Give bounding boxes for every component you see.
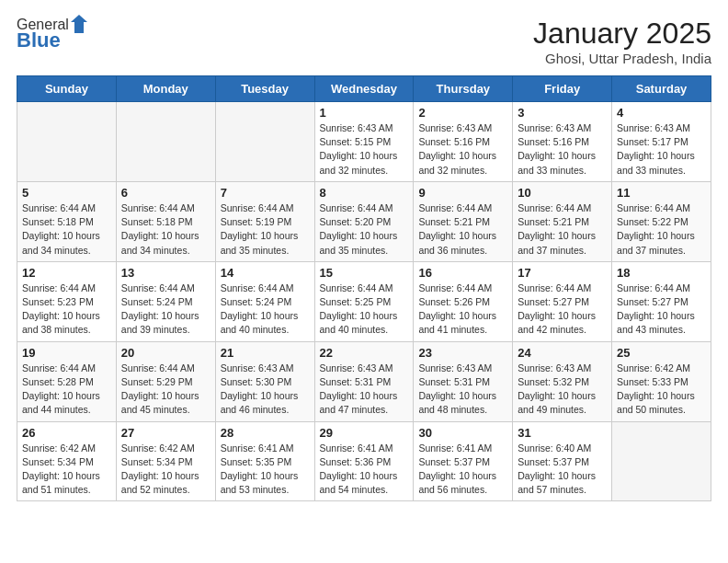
day-number: 8 (320, 186, 409, 200)
day-info: Sunrise: 6:43 AM Sunset: 5:15 PM Dayligh… (320, 121, 409, 178)
calendar-cell: 19Sunrise: 6:44 AM Sunset: 5:28 PM Dayli… (17, 341, 117, 421)
calendar-cell: 5Sunrise: 6:44 AM Sunset: 5:18 PM Daylig… (17, 181, 117, 261)
month-year-title: January 2025 (533, 17, 711, 51)
calendar-week-row: 19Sunrise: 6:44 AM Sunset: 5:28 PM Dayli… (17, 341, 711, 421)
day-number: 12 (22, 266, 111, 280)
calendar-cell: 16Sunrise: 6:44 AM Sunset: 5:26 PM Dayli… (414, 261, 513, 341)
day-number: 2 (418, 106, 507, 120)
header: General Blue January 2025 Ghosi, Uttar P… (17, 17, 711, 66)
day-number: 20 (121, 346, 210, 360)
calendar-cell (215, 102, 314, 182)
day-number: 10 (518, 186, 607, 200)
day-number: 5 (22, 186, 111, 200)
day-info: Sunrise: 6:44 AM Sunset: 5:26 PM Dayligh… (418, 282, 507, 338)
calendar-cell: 10Sunrise: 6:44 AM Sunset: 5:21 PM Dayli… (513, 181, 612, 261)
logo: General Blue (17, 17, 87, 52)
day-number: 27 (121, 426, 210, 440)
day-number: 29 (320, 426, 409, 440)
weekday-header-tuesday: Tuesday (215, 76, 314, 102)
day-number: 31 (518, 426, 607, 440)
day-number: 15 (320, 266, 409, 280)
svg-marker-0 (71, 15, 87, 33)
logo-icon (71, 15, 87, 33)
day-info: Sunrise: 6:44 AM Sunset: 5:21 PM Dayligh… (518, 201, 607, 258)
day-number: 18 (617, 266, 706, 280)
calendar-cell: 14Sunrise: 6:44 AM Sunset: 5:24 PM Dayli… (215, 261, 314, 341)
day-info: Sunrise: 6:43 AM Sunset: 5:31 PM Dayligh… (418, 362, 507, 418)
day-info: Sunrise: 6:44 AM Sunset: 5:21 PM Dayligh… (418, 201, 507, 258)
day-number: 19 (22, 346, 111, 360)
day-info: Sunrise: 6:44 AM Sunset: 5:19 PM Dayligh… (221, 201, 310, 258)
day-info: Sunrise: 6:44 AM Sunset: 5:24 PM Dayligh… (221, 282, 310, 338)
day-info: Sunrise: 6:41 AM Sunset: 5:36 PM Dayligh… (320, 442, 409, 498)
calendar-cell: 3Sunrise: 6:43 AM Sunset: 5:16 PM Daylig… (513, 102, 612, 182)
weekday-header-friday: Friday (513, 76, 612, 102)
day-info: Sunrise: 6:44 AM Sunset: 5:27 PM Dayligh… (617, 282, 706, 338)
calendar-cell: 18Sunrise: 6:44 AM Sunset: 5:27 PM Dayli… (612, 261, 711, 341)
location-subtitle: Ghosi, Uttar Pradesh, India (533, 51, 711, 66)
calendar-cell: 9Sunrise: 6:44 AM Sunset: 5:21 PM Daylig… (414, 181, 513, 261)
day-info: Sunrise: 6:43 AM Sunset: 5:16 PM Dayligh… (518, 121, 607, 178)
calendar-cell: 7Sunrise: 6:44 AM Sunset: 5:19 PM Daylig… (215, 181, 314, 261)
day-info: Sunrise: 6:44 AM Sunset: 5:18 PM Dayligh… (121, 201, 210, 258)
day-info: Sunrise: 6:44 AM Sunset: 5:18 PM Dayligh… (22, 201, 111, 258)
day-info: Sunrise: 6:43 AM Sunset: 5:32 PM Dayligh… (518, 362, 607, 418)
calendar-cell: 28Sunrise: 6:41 AM Sunset: 5:35 PM Dayli… (215, 421, 314, 501)
calendar-cell: 15Sunrise: 6:44 AM Sunset: 5:25 PM Dayli… (314, 261, 414, 341)
calendar-cell: 22Sunrise: 6:43 AM Sunset: 5:31 PM Dayli… (314, 341, 414, 421)
day-number: 9 (418, 186, 507, 200)
weekday-header-row: SundayMondayTuesdayWednesdayThursdayFrid… (17, 76, 711, 102)
day-info: Sunrise: 6:43 AM Sunset: 5:31 PM Dayligh… (320, 362, 409, 418)
calendar-week-row: 1Sunrise: 6:43 AM Sunset: 5:15 PM Daylig… (17, 102, 711, 182)
day-info: Sunrise: 6:44 AM Sunset: 5:25 PM Dayligh… (320, 282, 409, 338)
calendar-cell: 8Sunrise: 6:44 AM Sunset: 5:20 PM Daylig… (314, 181, 414, 261)
day-info: Sunrise: 6:44 AM Sunset: 5:29 PM Dayligh… (121, 362, 210, 418)
day-info: Sunrise: 6:43 AM Sunset: 5:30 PM Dayligh… (221, 362, 310, 418)
day-number: 7 (221, 186, 310, 200)
day-info: Sunrise: 6:41 AM Sunset: 5:35 PM Dayligh… (221, 442, 310, 498)
calendar-cell: 11Sunrise: 6:44 AM Sunset: 5:22 PM Dayli… (612, 181, 711, 261)
calendar-cell (17, 102, 117, 182)
calendar-cell: 29Sunrise: 6:41 AM Sunset: 5:36 PM Dayli… (314, 421, 414, 501)
day-info: Sunrise: 6:44 AM Sunset: 5:20 PM Dayligh… (320, 201, 409, 258)
day-number: 30 (418, 426, 507, 440)
day-info: Sunrise: 6:42 AM Sunset: 5:33 PM Dayligh… (617, 362, 706, 418)
calendar-cell: 12Sunrise: 6:44 AM Sunset: 5:23 PM Dayli… (17, 261, 117, 341)
day-info: Sunrise: 6:44 AM Sunset: 5:22 PM Dayligh… (617, 201, 706, 258)
calendar-cell: 25Sunrise: 6:42 AM Sunset: 5:33 PM Dayli… (612, 341, 711, 421)
day-info: Sunrise: 6:43 AM Sunset: 5:16 PM Dayligh… (418, 121, 507, 178)
day-number: 17 (518, 266, 607, 280)
calendar-week-row: 5Sunrise: 6:44 AM Sunset: 5:18 PM Daylig… (17, 181, 711, 261)
calendar-cell (612, 421, 711, 501)
day-number: 28 (221, 426, 310, 440)
calendar-table: SundayMondayTuesdayWednesdayThursdayFrid… (17, 75, 711, 501)
day-info: Sunrise: 6:44 AM Sunset: 5:28 PM Dayligh… (22, 362, 111, 418)
day-number: 1 (320, 106, 409, 120)
calendar-cell: 2Sunrise: 6:43 AM Sunset: 5:16 PM Daylig… (414, 102, 513, 182)
calendar-cell: 20Sunrise: 6:44 AM Sunset: 5:29 PM Dayli… (116, 341, 215, 421)
calendar-cell: 26Sunrise: 6:42 AM Sunset: 5:34 PM Dayli… (17, 421, 117, 501)
day-number: 23 (418, 346, 507, 360)
weekday-header-monday: Monday (116, 76, 215, 102)
calendar-cell: 17Sunrise: 6:44 AM Sunset: 5:27 PM Dayli… (513, 261, 612, 341)
title-block: January 2025 Ghosi, Uttar Pradesh, India (533, 17, 711, 66)
day-info: Sunrise: 6:40 AM Sunset: 5:37 PM Dayligh… (518, 442, 607, 498)
page: General Blue January 2025 Ghosi, Uttar P… (0, 0, 728, 518)
calendar-week-row: 26Sunrise: 6:42 AM Sunset: 5:34 PM Dayli… (17, 421, 711, 501)
day-number: 21 (221, 346, 310, 360)
day-number: 25 (617, 346, 706, 360)
day-info: Sunrise: 6:41 AM Sunset: 5:37 PM Dayligh… (418, 442, 507, 498)
day-number: 22 (320, 346, 409, 360)
day-info: Sunrise: 6:44 AM Sunset: 5:27 PM Dayligh… (518, 282, 607, 338)
weekday-header-sunday: Sunday (17, 76, 117, 102)
calendar-cell: 27Sunrise: 6:42 AM Sunset: 5:34 PM Dayli… (116, 421, 215, 501)
weekday-header-saturday: Saturday (612, 76, 711, 102)
calendar-cell: 24Sunrise: 6:43 AM Sunset: 5:32 PM Dayli… (513, 341, 612, 421)
day-number: 14 (221, 266, 310, 280)
day-info: Sunrise: 6:44 AM Sunset: 5:24 PM Dayligh… (121, 282, 210, 338)
calendar-cell: 1Sunrise: 6:43 AM Sunset: 5:15 PM Daylig… (314, 102, 414, 182)
calendar-cell: 4Sunrise: 6:43 AM Sunset: 5:17 PM Daylig… (612, 102, 711, 182)
day-number: 3 (518, 106, 607, 120)
calendar-cell: 6Sunrise: 6:44 AM Sunset: 5:18 PM Daylig… (116, 181, 215, 261)
day-number: 13 (121, 266, 210, 280)
